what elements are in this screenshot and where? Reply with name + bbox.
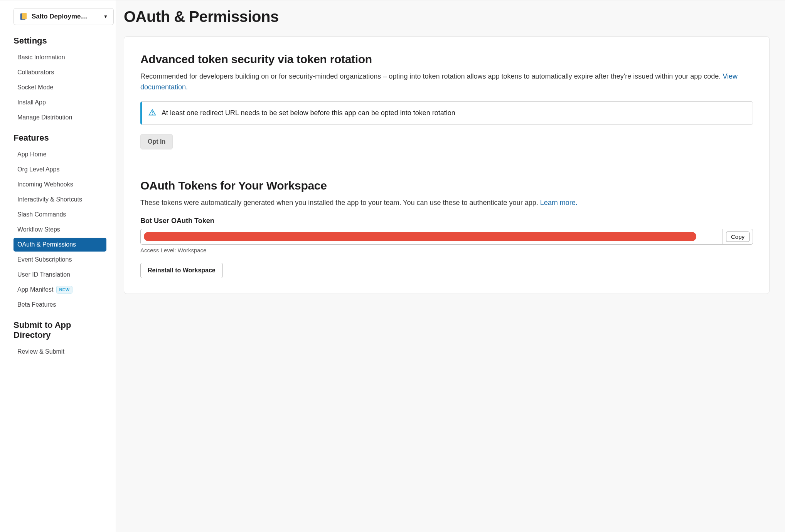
oauth-tokens-description: These tokens were automatically generate… xyxy=(140,198,753,208)
sidebar-section-settings: Settings xyxy=(13,36,106,46)
page-title: OAuth & Permissions xyxy=(124,8,770,25)
sidebar-section-features: Features xyxy=(13,133,106,143)
nav-collaborators[interactable]: Collaborators xyxy=(13,65,106,79)
copy-cell: Copy xyxy=(723,229,753,244)
caret-down-icon: ▼ xyxy=(103,14,108,19)
redacted-token xyxy=(144,232,696,241)
nav-app-home[interactable]: App Home xyxy=(13,148,106,161)
warning-icon xyxy=(148,109,156,118)
reinstall-button[interactable]: Reinstall to Workspace xyxy=(140,263,223,278)
bot-token-value[interactable] xyxy=(141,229,723,244)
divider xyxy=(140,165,753,165)
settings-card: Advanced token security via token rotati… xyxy=(124,36,770,294)
bot-token-label: Bot User OAuth Token xyxy=(140,217,753,225)
nav-basic-information[interactable]: Basic Information xyxy=(13,50,106,64)
token-rotation-description: Recommended for developers building on o… xyxy=(140,71,753,93)
nav-socket-mode[interactable]: Socket Mode xyxy=(13,81,106,94)
app-selector-label: Salto Deployme… xyxy=(32,13,100,20)
nav-incoming-webhooks[interactable]: Incoming Webhooks xyxy=(13,178,106,191)
nav-slash-commands[interactable]: Slash Commands xyxy=(13,208,106,222)
nav-oauth-permissions[interactable]: OAuth & Permissions xyxy=(13,238,106,252)
nav-app-manifest[interactable]: App Manifest NEW xyxy=(13,283,106,297)
learn-more-link[interactable]: Learn more. xyxy=(540,199,578,206)
nav-manage-distribution[interactable]: Manage Distribution xyxy=(13,111,106,124)
opt-in-button[interactable]: Opt In xyxy=(140,134,173,149)
svg-rect-1 xyxy=(22,13,27,20)
new-badge: NEW xyxy=(56,286,72,294)
access-level: Access Level: Workspace xyxy=(140,247,753,253)
nav-beta-features[interactable]: Beta Features xyxy=(13,298,106,312)
app-icon xyxy=(19,12,28,21)
nav-event-subscriptions[interactable]: Event Subscriptions xyxy=(13,253,106,267)
nav-install-app[interactable]: Install App xyxy=(13,96,106,109)
nav-org-level-apps[interactable]: Org Level Apps xyxy=(13,163,106,176)
alert-text: At least one redirect URL needs to be se… xyxy=(162,108,455,118)
sidebar: Salto Deployme… ▼ Settings Basic Informa… xyxy=(0,0,116,532)
app-selector[interactable]: Salto Deployme… ▼ xyxy=(13,8,114,25)
copy-button[interactable]: Copy xyxy=(726,232,750,242)
redirect-url-alert: At least one redirect URL needs to be se… xyxy=(140,101,753,125)
nav-interactivity-shortcuts[interactable]: Interactivity & Shortcuts xyxy=(13,193,106,206)
token-rotation-heading: Advanced token security via token rotati… xyxy=(140,53,753,66)
svg-point-3 xyxy=(152,114,152,114)
sidebar-section-submit: Submit to App Directory xyxy=(13,320,106,340)
main-content: OAuth & Permissions Advanced token secur… xyxy=(116,0,785,532)
nav-review-submit[interactable]: Review & Submit xyxy=(13,345,106,359)
nav-workflow-steps[interactable]: Workflow Steps xyxy=(13,223,106,237)
oauth-tokens-heading: OAuth Tokens for Your Workspace xyxy=(140,179,753,192)
nav-user-id-translation[interactable]: User ID Translation xyxy=(13,268,106,282)
bot-token-row: Copy xyxy=(140,229,753,245)
